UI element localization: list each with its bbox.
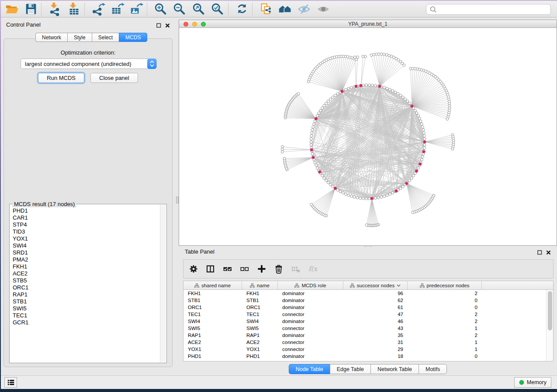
zoom-fit-button[interactable] bbox=[191, 3, 206, 16]
memory-button[interactable]: Memory bbox=[514, 377, 551, 388]
mcds-result-node[interactable]: GCR1 bbox=[10, 319, 159, 326]
function-builder-button[interactable]: f(x) bbox=[308, 264, 318, 274]
mcds-result-node[interactable]: STP4 bbox=[10, 221, 159, 228]
dropdown-stepper-icon bbox=[147, 58, 156, 69]
mcds-result-node[interactable]: SWI5 bbox=[10, 305, 159, 312]
mcds-result-node[interactable]: ORC1 bbox=[10, 284, 159, 291]
export-table-button[interactable] bbox=[110, 3, 125, 16]
table-row[interactable]: FKH1FKH1dominator962 bbox=[183, 290, 546, 297]
table-row[interactable]: PHD1PHD1dominator180 bbox=[183, 353, 546, 360]
tab-mcds[interactable]: MCDS bbox=[119, 33, 147, 42]
tab-edge-table[interactable]: Edge Table bbox=[330, 364, 370, 374]
mcds-result-node[interactable]: SWI4 bbox=[10, 242, 159, 249]
float-table-panel-icon[interactable] bbox=[537, 249, 542, 257]
show-all-button[interactable] bbox=[316, 3, 331, 16]
toolbar-separator bbox=[41, 3, 42, 15]
select-all-button[interactable] bbox=[223, 264, 232, 274]
table-row[interactable]: RAP1RAP1dominator352 bbox=[183, 332, 546, 339]
close-panel-button[interactable]: Close panel bbox=[90, 73, 138, 83]
node-table: shared namenameMCDS rolesuccessor nodesp… bbox=[183, 281, 554, 361]
table-row[interactable]: SWI4SWI4dominator462 bbox=[183, 318, 546, 325]
task-history-button[interactable] bbox=[4, 377, 17, 388]
import-table-icon bbox=[67, 2, 81, 16]
hide-selected-icon bbox=[297, 2, 311, 16]
run-mcds-button[interactable]: Run MCDS bbox=[38, 73, 84, 83]
column-header-shared-name[interactable]: shared name bbox=[183, 281, 242, 290]
mcds-result-title: MCDS result (17 nodes) bbox=[12, 201, 76, 207]
save-session-button[interactable] bbox=[24, 3, 38, 16]
tab-style[interactable]: Style bbox=[67, 33, 92, 42]
table-row[interactable]: ACE2ACE2connector311 bbox=[183, 339, 546, 346]
mcds-result-node[interactable]: SRD1 bbox=[10, 249, 159, 256]
mcds-result-box: MCDS result (17 nodes) PHD1CAR1STP4TID3Y… bbox=[9, 204, 167, 363]
column-type-icon bbox=[250, 283, 255, 288]
mcds-result-node[interactable]: TEC1 bbox=[10, 312, 159, 319]
export-network-button[interactable] bbox=[91, 3, 106, 16]
table-panel-title: Table Panel bbox=[185, 248, 214, 255]
column-type-icon bbox=[294, 283, 299, 288]
add-row-button[interactable] bbox=[257, 264, 266, 274]
open-file-button[interactable] bbox=[4, 3, 19, 16]
mcds-result-node[interactable]: YOX1 bbox=[10, 235, 159, 242]
column-header-successor-nodes[interactable]: successor nodes bbox=[343, 281, 408, 290]
app-window: Control Panel NetworkStyleSelectMCDS Opt… bbox=[1, 1, 557, 389]
first-neighbors-button[interactable] bbox=[278, 3, 293, 16]
table-row[interactable]: STB1STB1dominator620 bbox=[183, 297, 546, 304]
mcds-scrollbar[interactable] bbox=[160, 205, 166, 362]
table-row[interactable]: TEC1TEC1connector472 bbox=[183, 311, 546, 318]
column-header-predecessor-nodes[interactable]: predecessor nodes bbox=[408, 281, 482, 290]
save-session-icon bbox=[24, 2, 38, 16]
column-header-MCDS-role[interactable]: MCDS role bbox=[278, 281, 343, 290]
network-window-titlebar: YPA_prune.txt_1 bbox=[179, 20, 557, 28]
table-row[interactable]: ORC1ORC1dominator610 bbox=[183, 304, 546, 311]
mcds-result-node[interactable]: PHD1 bbox=[10, 207, 159, 214]
mcds-result-node[interactable]: FKH1 bbox=[10, 263, 159, 270]
tab-network-table[interactable]: Network Table bbox=[370, 364, 419, 374]
zoom-in-button[interactable] bbox=[153, 3, 168, 16]
network-view[interactable] bbox=[179, 28, 557, 245]
deselect-all-button[interactable] bbox=[240, 264, 249, 274]
show-all-icon bbox=[316, 2, 330, 16]
columns-button[interactable] bbox=[206, 264, 215, 274]
mcds-result-node[interactable]: ACE2 bbox=[10, 270, 159, 277]
tab-network[interactable]: Network bbox=[35, 33, 67, 42]
mcds-result-node[interactable]: STB5 bbox=[10, 277, 159, 284]
export-image-button[interactable] bbox=[129, 3, 144, 16]
import-network-button[interactable] bbox=[48, 3, 62, 16]
mcds-result-node[interactable]: TID3 bbox=[10, 228, 159, 235]
clone-network-button[interactable] bbox=[259, 3, 273, 16]
search-box[interactable] bbox=[426, 4, 551, 15]
toolbar-separator bbox=[252, 3, 253, 15]
delete-row-button[interactable] bbox=[274, 264, 284, 274]
export-table-icon bbox=[111, 2, 125, 16]
delete-table-button[interactable] bbox=[291, 264, 301, 274]
zoom-out-button[interactable] bbox=[172, 3, 187, 16]
close-panel-icon[interactable] bbox=[165, 22, 170, 30]
refresh-view-button[interactable] bbox=[235, 3, 249, 16]
import-table-button[interactable] bbox=[67, 3, 82, 16]
tab-node-table[interactable]: Node Table bbox=[289, 364, 330, 374]
network-window: YPA_prune.txt_1 bbox=[179, 20, 557, 246]
tab-motifs[interactable]: Motifs bbox=[419, 364, 447, 374]
hide-selected-button[interactable] bbox=[297, 3, 311, 16]
float-panel-icon[interactable] bbox=[156, 22, 161, 30]
settings-button[interactable] bbox=[189, 264, 198, 274]
column-header-name[interactable]: name bbox=[242, 281, 278, 290]
table-scrollbar[interactable] bbox=[546, 290, 553, 361]
close-table-panel-icon[interactable] bbox=[546, 249, 551, 257]
mcds-result-node[interactable]: STB1 bbox=[10, 298, 159, 305]
zoom-selected-button[interactable] bbox=[210, 3, 225, 16]
mcds-result-node[interactable]: CAR1 bbox=[10, 214, 159, 221]
toolbar-separator bbox=[228, 3, 228, 15]
tab-select[interactable]: Select bbox=[92, 33, 119, 42]
deselect-all-icon bbox=[240, 264, 249, 274]
zoom-fit-icon bbox=[192, 2, 206, 16]
column-type-icon bbox=[350, 283, 355, 288]
network-window-title: YPA_prune.txt_1 bbox=[179, 21, 557, 27]
criterion-dropdown[interactable]: largest connected component (undirected) bbox=[21, 58, 157, 69]
table-row[interactable]: SWI5SWI5connector431 bbox=[183, 325, 546, 332]
mcds-result-node[interactable]: PMA2 bbox=[10, 256, 159, 263]
zoom-out-icon bbox=[173, 2, 187, 16]
mcds-result-node[interactable]: RAP1 bbox=[10, 291, 159, 298]
table-row[interactable]: YOX1YOX1connector291 bbox=[183, 346, 546, 353]
